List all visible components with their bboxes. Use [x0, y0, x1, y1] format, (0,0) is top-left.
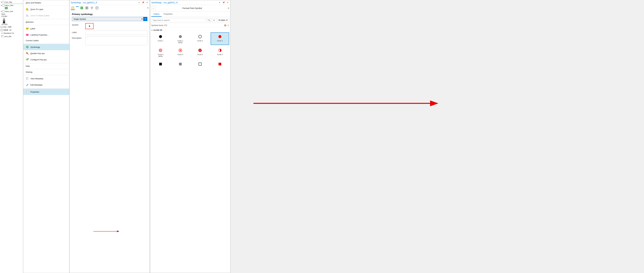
menu-item-edit-metadata[interactable]: Edit Metadata — [23, 82, 69, 88]
circle5-icon — [197, 48, 203, 53]
minimize-btn[interactable]: ∨ — [138, 1, 140, 4]
arcgis-2d-chevron: ▼ — [151, 30, 153, 31]
menu-item-view-metadata[interactable]: View Metadata — [23, 75, 69, 82]
layer-checkbox-chikei[interactable]: ✓ — [0, 29, 3, 31]
circle1-label: Circle 1 — [158, 40, 163, 42]
menu-item-labeling-props[interactable]: A Labeling Properties... — [23, 32, 69, 38]
single-symbol-dropdown-btn[interactable]: ▼ — [143, 17, 148, 21]
layer-river[interactable]: ▼ river_9kei — [0, 1, 23, 4]
symbol-grid-row2: Circle 3(40%) Circle 4 — [151, 46, 229, 59]
disable-popups-icon — [26, 52, 29, 55]
symbol-cell-circle5[interactable]: Circle 5 — [191, 46, 210, 59]
menu-label-properties: Properties — [30, 91, 39, 93]
close-btn[interactable]: ✕ — [146, 1, 148, 4]
circle4-label: Circle 4 — [178, 54, 183, 55]
symbol-cell-circle3[interactable]: Circle 3 — [211, 33, 229, 45]
menu-item-zoom-layer[interactable]: Zoom To Layer — [23, 6, 69, 13]
toolbar-table-icon[interactable] — [95, 6, 99, 10]
pin-btn[interactable]: 📌 — [141, 1, 145, 4]
toolbar-primary-icon[interactable] — [71, 6, 75, 10]
menu-item-convert-labels[interactable]: Convert Labels — [23, 38, 69, 43]
menu-item-disable-popups[interactable]: Disable Pop-ups — [23, 50, 69, 57]
layer-name-chuki: 注記（地形 — [3, 26, 12, 28]
symbol-cell-circle1-40[interactable]: Circle 1(40%) — [171, 33, 190, 45]
symbol-cell-sq2[interactable] — [171, 60, 190, 69]
svg-marker-19 — [27, 60, 28, 61]
arcgis-2d-header[interactable]: ▼ ArcGIS 2D — [151, 29, 229, 33]
svg-rect-54 — [218, 63, 221, 65]
symbols-found-text: Symbols found: 372 — [151, 24, 224, 27]
expand-arrow4: ▼ — [1, 33, 3, 34]
menu-item-sharing[interactable]: Sharing — [23, 70, 69, 75]
menu-label-view-metadata: View Metadata — [30, 78, 43, 80]
layer-chuki[interactable]: ✓ 注記（地形 — [0, 25, 23, 29]
menu-item-data[interactable]: Data — [23, 64, 69, 69]
menu-item-configure-popups[interactable]: ⚙ Configure Pop-ups — [23, 57, 69, 63]
search-dropdown-btn[interactable]: ▼ — [212, 18, 216, 22]
symbol-cell-sq4[interactable] — [211, 60, 229, 69]
layer-checkbox-tokyo23[interactable] — [2, 4, 4, 7]
all-styles-btn[interactable]: All styles ▼ — [217, 18, 229, 22]
menu-item-zoom-visible[interactable]: Zoom To Make Visible — [23, 13, 69, 19]
layer-tokyosrtm[interactable]: ▼ tokyo_srtm — [0, 10, 23, 13]
layer-checkbox-chuki[interactable]: ✓ — [0, 26, 3, 28]
svg-point-46 — [159, 49, 162, 52]
toolbar-menu-btn[interactable]: ≡ — [147, 7, 148, 9]
view-metadata-icon — [26, 77, 29, 80]
svg-rect-38 — [96, 7, 98, 9]
format-close-btn[interactable]: ✕ — [226, 1, 229, 4]
menu-item-selection[interactable]: Selection — [23, 20, 69, 25]
labeling-props-icon: A — [26, 33, 29, 37]
symbol-cell-circle2[interactable]: Circle 2 — [191, 33, 210, 45]
menu-label-selection: Selection — [26, 21, 34, 23]
symbol-cell-circle3-40[interactable]: Circle 3(40%) — [151, 46, 170, 59]
menu-label-zoom-layer: Zoom To Layer — [30, 8, 43, 11]
search-button[interactable]: 🔍 — [207, 18, 211, 22]
symbol-cell-circle1[interactable]: Circle 1 — [151, 33, 170, 45]
symbol-box[interactable] — [85, 23, 94, 29]
symbol-cell-circle4[interactable]: Circle 4 — [171, 46, 190, 59]
color-filter-icon[interactable]: 🎨 — [224, 24, 226, 27]
layer-tokyo23[interactable]: ▼ tokyo_23ku — [0, 4, 23, 7]
zoom-layer-icon — [26, 8, 29, 11]
panel-controls: ∨ 📌 ✕ — [138, 1, 148, 4]
symbol-cell-circle6[interactable]: Circle 6 — [211, 46, 229, 59]
post-office-row[interactable]: post_offic — [0, 35, 23, 38]
menu-item-label[interactable]: A Label — [23, 25, 69, 32]
svg-rect-22 — [26, 77, 28, 80]
format-menu-icon[interactable]: ≡ — [228, 7, 229, 10]
menu-item-joins[interactable]: Joins and Relates — [23, 0, 69, 5]
symbol-cell-sq3[interactable] — [191, 60, 210, 69]
format-pin-btn[interactable]: 📌 — [222, 1, 226, 4]
tab-gallery[interactable]: Gallery — [151, 12, 162, 17]
symbol-cell-sq1[interactable] — [151, 60, 170, 69]
format-minimize-btn[interactable]: ∨ — [218, 1, 221, 4]
toolbar-layer-icon[interactable] — [80, 6, 84, 10]
sq1-icon — [158, 61, 163, 67]
symbol-grid-row1: Circle 1 Circle 1(40%) — [151, 33, 229, 45]
expand-arrow: ▼ — [0, 1, 2, 3]
symbology-toolbar: ≡ — [70, 5, 150, 11]
symbol-value — [85, 23, 148, 29]
single-symbol-select[interactable]: Single Symbol — [72, 17, 143, 21]
menu-label-symbology: Symbology — [30, 46, 40, 48]
layer-checkbox-tokyosrtm[interactable] — [2, 10, 4, 13]
format-subtitle: Format Point Symbol — [157, 7, 228, 10]
filter-icon[interactable]: ▽ — [228, 24, 229, 27]
layer-chikei[interactable]: ✓ 地形図（W — [0, 29, 23, 32]
toolbar-filter-icon[interactable] — [90, 6, 94, 10]
description-textarea[interactable] — [85, 36, 148, 45]
menu-label-data: Data — [26, 65, 30, 67]
back-button[interactable]: ← — [151, 6, 156, 10]
layer-checkbox-river[interactable] — [2, 1, 4, 3]
menu-item-symbology[interactable]: Symbology — [23, 44, 69, 50]
circle2-icon — [197, 34, 203, 39]
sq2-icon — [178, 61, 183, 67]
toolbar-grid-icon[interactable] — [85, 6, 89, 10]
tab-properties[interactable]: Properties — [162, 12, 174, 17]
menu-item-properties[interactable]: Properties — [23, 89, 69, 95]
table-icon — [1, 35, 4, 38]
svg-rect-0 — [1, 35, 4, 37]
search-input[interactable] — [151, 18, 206, 22]
label-input[interactable] — [85, 31, 148, 35]
